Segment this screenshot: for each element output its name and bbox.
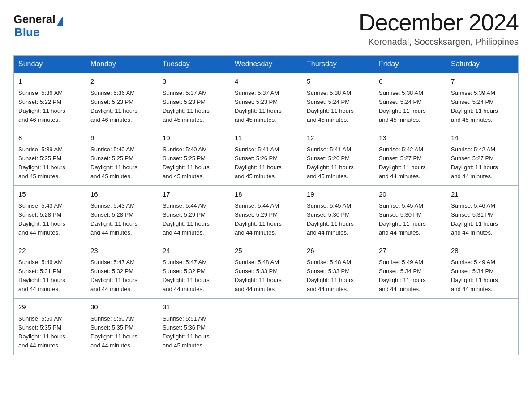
- day-number: 2: [90, 77, 153, 87]
- weekday-header-row: SundayMondayTuesdayWednesdayThursdayFrid…: [14, 56, 519, 73]
- weekday-header-saturday: Saturday: [446, 56, 519, 73]
- day-info: Sunrise: 5:36 AMSunset: 5:23 PMDaylight:…: [90, 89, 153, 125]
- day-info: Sunrise: 5:39 AMSunset: 5:25 PMDaylight:…: [18, 145, 81, 181]
- calendar-cell: 20Sunrise: 5:45 AMSunset: 5:30 PMDayligh…: [374, 186, 446, 242]
- calendar-cell: 6Sunrise: 5:38 AMSunset: 5:24 PMDaylight…: [374, 73, 446, 129]
- logo: General Blue: [13, 13, 63, 39]
- calendar-cell: 25Sunrise: 5:48 AMSunset: 5:33 PMDayligh…: [230, 242, 302, 299]
- day-info: Sunrise: 5:42 AMSunset: 5:27 PMDaylight:…: [451, 145, 514, 181]
- day-number: 4: [235, 77, 297, 87]
- week-row-5: 29Sunrise: 5:50 AMSunset: 5:35 PMDayligh…: [14, 299, 519, 355]
- day-number: 29: [18, 302, 81, 313]
- day-number: 22: [18, 246, 81, 256]
- day-info: Sunrise: 5:50 AMSunset: 5:35 PMDaylight:…: [90, 314, 153, 351]
- calendar-cell: [446, 299, 519, 355]
- calendar-cell: [302, 299, 374, 355]
- day-info: Sunrise: 5:37 AMSunset: 5:23 PMDaylight:…: [235, 89, 297, 125]
- day-info: Sunrise: 5:43 AMSunset: 5:28 PMDaylight:…: [90, 201, 153, 238]
- calendar-cell: 29Sunrise: 5:50 AMSunset: 5:35 PMDayligh…: [14, 299, 86, 355]
- day-number: 20: [379, 189, 442, 200]
- week-row-3: 15Sunrise: 5:43 AMSunset: 5:28 PMDayligh…: [14, 186, 519, 242]
- calendar-cell: 13Sunrise: 5:42 AMSunset: 5:27 PMDayligh…: [374, 129, 446, 186]
- calendar-cell: 14Sunrise: 5:42 AMSunset: 5:27 PMDayligh…: [446, 129, 519, 186]
- calendar-cell: 17Sunrise: 5:44 AMSunset: 5:29 PMDayligh…: [158, 186, 230, 242]
- day-number: 31: [163, 302, 225, 313]
- day-number: 14: [451, 133, 514, 143]
- day-number: 9: [90, 133, 153, 143]
- calendar-cell: [230, 299, 302, 355]
- day-info: Sunrise: 5:39 AMSunset: 5:24 PMDaylight:…: [451, 89, 514, 125]
- week-row-2: 8Sunrise: 5:39 AMSunset: 5:25 PMDaylight…: [14, 129, 519, 186]
- title-block: December 2024 Koronadal, Soccsksargen, P…: [359, 9, 519, 47]
- day-info: Sunrise: 5:49 AMSunset: 5:34 PMDaylight:…: [379, 258, 442, 294]
- logo-blue-text: Blue: [14, 26, 39, 39]
- day-info: Sunrise: 5:49 AMSunset: 5:34 PMDaylight:…: [451, 258, 514, 294]
- day-number: 26: [307, 246, 369, 256]
- day-number: 5: [307, 77, 369, 87]
- day-number: 17: [163, 189, 225, 200]
- calendar-cell: 9Sunrise: 5:40 AMSunset: 5:25 PMDaylight…: [86, 129, 158, 186]
- weekday-header-monday: Monday: [86, 56, 158, 73]
- calendar-cell: 27Sunrise: 5:49 AMSunset: 5:34 PMDayligh…: [374, 242, 446, 299]
- day-number: 13: [379, 133, 442, 143]
- day-number: 27: [379, 246, 442, 256]
- weekday-header-tuesday: Tuesday: [158, 56, 230, 73]
- page-header: General Blue December 2024 Koronadal, So…: [13, 9, 519, 47]
- calendar-cell: 22Sunrise: 5:46 AMSunset: 5:31 PMDayligh…: [14, 242, 86, 299]
- day-number: 23: [90, 246, 153, 256]
- day-info: Sunrise: 5:45 AMSunset: 5:30 PMDaylight:…: [307, 201, 369, 238]
- logo-general-text: General: [13, 13, 55, 26]
- calendar-cell: 2Sunrise: 5:36 AMSunset: 5:23 PMDaylight…: [86, 73, 158, 129]
- calendar-cell: 10Sunrise: 5:40 AMSunset: 5:25 PMDayligh…: [158, 129, 230, 186]
- calendar-cell: [374, 299, 446, 355]
- day-number: 15: [18, 189, 81, 200]
- day-number: 12: [307, 133, 369, 143]
- day-info: Sunrise: 5:40 AMSunset: 5:25 PMDaylight:…: [90, 145, 153, 181]
- day-number: 10: [163, 133, 225, 143]
- calendar-table: SundayMondayTuesdayWednesdayThursdayFrid…: [13, 55, 519, 355]
- calendar-cell: 28Sunrise: 5:49 AMSunset: 5:34 PMDayligh…: [446, 242, 519, 299]
- weekday-header-thursday: Thursday: [302, 56, 374, 73]
- calendar-cell: 12Sunrise: 5:41 AMSunset: 5:26 PMDayligh…: [302, 129, 374, 186]
- day-info: Sunrise: 5:46 AMSunset: 5:31 PMDaylight:…: [18, 258, 81, 294]
- calendar-cell: 24Sunrise: 5:47 AMSunset: 5:32 PMDayligh…: [158, 242, 230, 299]
- logo-triangle-icon: [57, 16, 63, 26]
- day-info: Sunrise: 5:37 AMSunset: 5:23 PMDaylight:…: [163, 89, 225, 125]
- calendar-cell: 11Sunrise: 5:41 AMSunset: 5:26 PMDayligh…: [230, 129, 302, 186]
- subtitle: Koronadal, Soccsksargen, Philippines: [359, 37, 519, 47]
- calendar-cell: 21Sunrise: 5:46 AMSunset: 5:31 PMDayligh…: [446, 186, 519, 242]
- calendar-cell: 4Sunrise: 5:37 AMSunset: 5:23 PMDaylight…: [230, 73, 302, 129]
- day-number: 24: [163, 246, 225, 256]
- day-number: 18: [235, 189, 297, 200]
- day-number: 19: [307, 189, 369, 200]
- day-info: Sunrise: 5:38 AMSunset: 5:24 PMDaylight:…: [379, 89, 442, 125]
- calendar-cell: 23Sunrise: 5:47 AMSunset: 5:32 PMDayligh…: [86, 242, 158, 299]
- calendar-cell: 5Sunrise: 5:38 AMSunset: 5:24 PMDaylight…: [302, 73, 374, 129]
- day-number: 6: [379, 77, 442, 87]
- day-info: Sunrise: 5:46 AMSunset: 5:31 PMDaylight:…: [451, 201, 514, 238]
- day-number: 7: [451, 77, 514, 87]
- day-info: Sunrise: 5:51 AMSunset: 5:36 PMDaylight:…: [163, 314, 225, 351]
- day-number: 16: [90, 189, 153, 200]
- day-info: Sunrise: 5:47 AMSunset: 5:32 PMDaylight:…: [163, 258, 225, 294]
- day-info: Sunrise: 5:41 AMSunset: 5:26 PMDaylight:…: [307, 145, 369, 181]
- day-number: 1: [18, 77, 81, 87]
- day-info: Sunrise: 5:41 AMSunset: 5:26 PMDaylight:…: [235, 145, 297, 181]
- day-info: Sunrise: 5:48 AMSunset: 5:33 PMDaylight:…: [235, 258, 297, 294]
- calendar-cell: 1Sunrise: 5:36 AMSunset: 5:22 PMDaylight…: [14, 73, 86, 129]
- calendar-cell: 26Sunrise: 5:48 AMSunset: 5:33 PMDayligh…: [302, 242, 374, 299]
- main-title: December 2024: [359, 9, 519, 36]
- calendar-cell: 16Sunrise: 5:43 AMSunset: 5:28 PMDayligh…: [86, 186, 158, 242]
- day-number: 11: [235, 133, 297, 143]
- day-number: 30: [90, 302, 153, 313]
- day-number: 28: [451, 246, 514, 256]
- day-number: 21: [451, 189, 514, 200]
- day-number: 3: [163, 77, 225, 87]
- calendar-cell: 15Sunrise: 5:43 AMSunset: 5:28 PMDayligh…: [14, 186, 86, 242]
- day-info: Sunrise: 5:45 AMSunset: 5:30 PMDaylight:…: [379, 201, 442, 238]
- day-info: Sunrise: 5:43 AMSunset: 5:28 PMDaylight:…: [18, 201, 81, 238]
- weekday-header-sunday: Sunday: [14, 56, 86, 73]
- day-info: Sunrise: 5:42 AMSunset: 5:27 PMDaylight:…: [379, 145, 442, 181]
- weekday-header-wednesday: Wednesday: [230, 56, 302, 73]
- day-info: Sunrise: 5:50 AMSunset: 5:35 PMDaylight:…: [18, 314, 81, 351]
